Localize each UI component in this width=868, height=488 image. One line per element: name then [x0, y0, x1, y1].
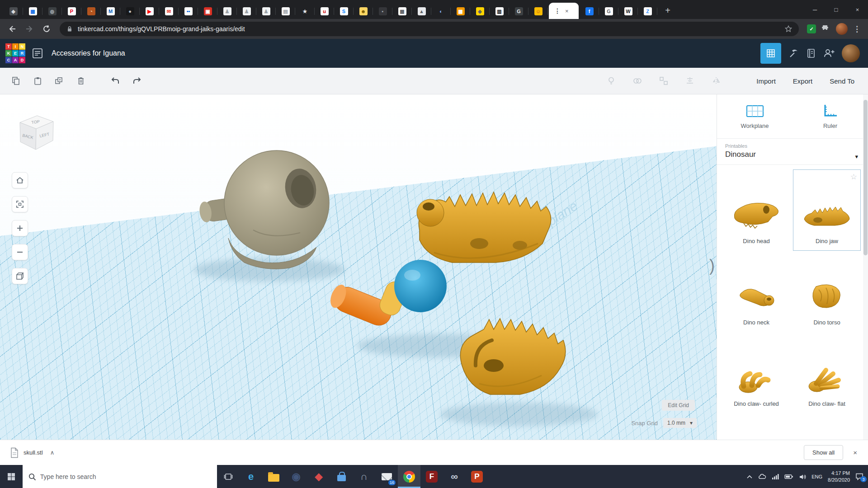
battery-icon[interactable]: [784, 474, 793, 479]
ruler-tool[interactable]: Ruler: [793, 94, 868, 138]
window-minimize-button[interactable]: ─: [804, 0, 826, 19]
reload-button[interactable]: [39, 21, 54, 37]
taskbar-app-file-explorer[interactable]: [262, 465, 285, 488]
group-icon[interactable]: [628, 72, 647, 90]
pinned-tab[interactable]: P: [62, 4, 81, 19]
user-avatar[interactable]: [842, 44, 860, 62]
import-button[interactable]: Import: [749, 74, 783, 89]
window-maximize-button[interactable]: □: [826, 0, 847, 19]
forward-button[interactable]: [22, 21, 37, 37]
pickaxe-minecraft-icon[interactable]: [788, 47, 799, 59]
scrollbar-thumb[interactable]: [863, 100, 868, 255]
pinned-tab[interactable]: ◐: [431, 4, 451, 19]
pinned-tab[interactable]: ♟: [256, 4, 276, 19]
pinned-tab[interactable]: ☺: [528, 4, 548, 19]
action-center-icon[interactable]: 3: [855, 473, 863, 480]
sidebar-collapse-handle[interactable]: ): [709, 256, 715, 275]
edit-grid-button[interactable]: Edit Grid: [662, 400, 695, 411]
home-view-button[interactable]: [12, 172, 28, 188]
download-menu-caret-icon[interactable]: ∧: [50, 449, 55, 456]
align-icon[interactable]: [680, 72, 699, 90]
send-to-button[interactable]: Send To: [822, 74, 862, 89]
taskbar-app-powerpoint[interactable]: P: [466, 465, 488, 488]
pinned-tab[interactable]: W: [618, 4, 638, 19]
network-signal-icon[interactable]: [772, 474, 779, 479]
address-bar[interactable]: tinkercad.com/things/gQVLPRBmoip-grand-j…: [60, 22, 799, 36]
pinned-tab[interactable]: f: [580, 4, 599, 19]
pinned-tab[interactable]: ▲: [412, 4, 431, 19]
object-dino-jaw-upper[interactable]: [327, 192, 551, 329]
pinned-tab[interactable]: ◈: [470, 4, 490, 19]
pinned-tab[interactable]: M: [101, 4, 120, 19]
download-item[interactable]: skull.stl ∧: [7, 445, 57, 461]
taskbar-app-steam[interactable]: ◉: [285, 465, 307, 488]
window-close-button[interactable]: ×: [847, 0, 868, 19]
perspective-toggle-button[interactable]: [12, 268, 28, 284]
object-skull[interactable]: [198, 150, 329, 269]
download-bar-close-icon[interactable]: ×: [853, 449, 857, 456]
redo-button[interactable]: [127, 72, 146, 90]
properties-list-icon[interactable]: [32, 47, 43, 59]
3d-viewport[interactable]: Workplane: [0, 94, 717, 440]
new-tab-button[interactable]: +: [661, 4, 675, 17]
pinned-tab[interactable]: G: [509, 4, 528, 19]
pinned-tab[interactable]: ▦: [451, 4, 470, 19]
tab-close-icon[interactable]: ×: [565, 8, 569, 14]
onedrive-cloud-icon[interactable]: [758, 474, 766, 479]
object-dino-jaw-lower[interactable]: [460, 319, 565, 394]
lesson-book-icon[interactable]: [806, 48, 816, 59]
taskbar-clock[interactable]: 4:17 PM 8/20/2020: [828, 470, 850, 483]
taskbar-app-chrome[interactable]: [398, 465, 420, 488]
pinned-tab[interactable]: u: [315, 4, 334, 19]
pinned-tab[interactable]: ▶: [140, 4, 159, 19]
pinned-tab[interactable]: ••: [179, 4, 198, 19]
pinned-tab[interactable]: ◆: [4, 4, 23, 19]
snap-grid-select[interactable]: 1.0 mm ▾: [663, 418, 697, 428]
export-button[interactable]: Export: [786, 74, 820, 89]
puzzle-extensions-icon[interactable]: [821, 24, 830, 33]
ungroup-icon[interactable]: [654, 72, 673, 90]
volume-icon[interactable]: [799, 474, 806, 480]
pinned-tab[interactable]: ▦: [23, 4, 42, 19]
pinned-tab[interactable]: ▤: [276, 4, 295, 19]
taskbar-app-f-app[interactable]: F: [420, 465, 443, 488]
part-dino-neck[interactable]: Dino neck: [722, 251, 790, 332]
zoom-out-button[interactable]: [12, 244, 28, 260]
pinned-tab[interactable]: ●: [120, 4, 140, 19]
dashboard-grid-button[interactable]: [760, 43, 781, 64]
undo-button[interactable]: [106, 72, 125, 90]
pinned-tab[interactable]: ☻: [354, 4, 373, 19]
part-dino-head[interactable]: Dino head: [722, 169, 790, 251]
pinned-tab[interactable]: ◔: [81, 4, 101, 19]
bookmark-star-icon[interactable]: [784, 25, 793, 33]
back-button[interactable]: [5, 21, 20, 37]
sidebar-scrollbar[interactable]: [863, 94, 868, 440]
taskbar-app-game-hub[interactable]: ◆: [307, 465, 330, 488]
part-dino-claw-curled[interactable]: Dino claw- curled: [722, 332, 790, 413]
mirror-icon[interactable]: [707, 72, 726, 90]
favorite-star-icon[interactable]: ☆: [850, 172, 857, 182]
pinned-tab[interactable]: ✉: [159, 4, 179, 19]
duplicate-button[interactable]: [50, 72, 69, 90]
part-dino-jaw[interactable]: ☆ Dino jaw: [793, 169, 861, 251]
pinned-tab[interactable]: ▪: [373, 4, 392, 19]
category-dropdown[interactable]: Printables Dinosaur ▾: [717, 139, 868, 165]
start-button[interactable]: [0, 465, 23, 488]
copy-button[interactable]: [6, 72, 25, 90]
add-person-icon[interactable]: [823, 47, 835, 59]
taskbar-search[interactable]: [23, 465, 217, 488]
paste-button[interactable]: [28, 72, 47, 90]
part-dino-torso[interactable]: Dino torso: [793, 251, 861, 332]
pinned-tab[interactable]: Z: [638, 4, 657, 19]
show-all-downloads-button[interactable]: Show all: [804, 445, 843, 460]
taskbar-app-store[interactable]: [330, 465, 353, 488]
search-input[interactable]: [40, 473, 212, 480]
profile-avatar[interactable]: [836, 23, 848, 35]
zoom-in-button[interactable]: [12, 220, 28, 236]
show-all-lightbulb-icon[interactable]: [602, 72, 621, 90]
pinned-tab[interactable]: ▣: [198, 4, 217, 19]
taskbar-app-edge[interactable]: e: [240, 465, 262, 488]
extension-icon[interactable]: ✓: [807, 24, 816, 33]
task-view-button[interactable]: [217, 465, 240, 488]
taskbar-app-headset-app[interactable]: ∩: [353, 465, 375, 488]
